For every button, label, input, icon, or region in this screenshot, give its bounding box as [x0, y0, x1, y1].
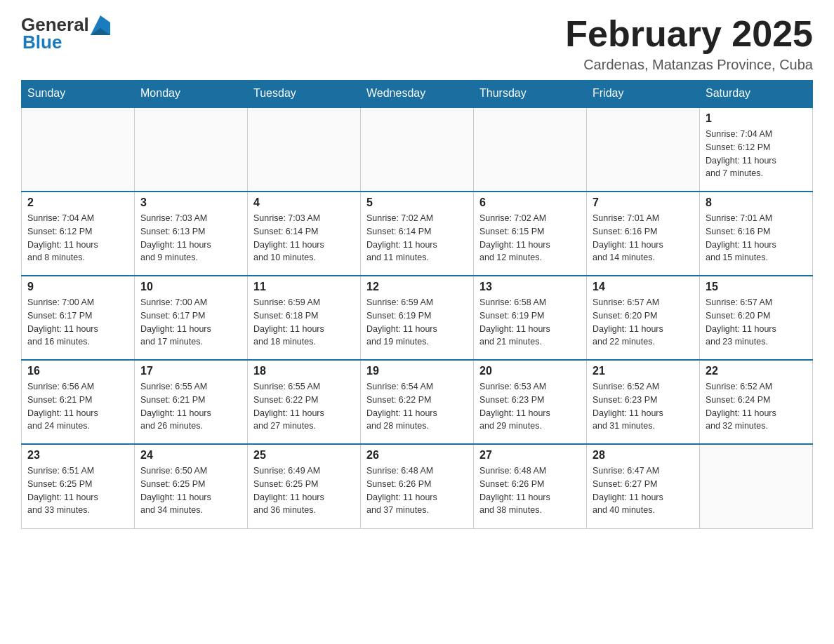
day-info: Sunrise: 7:00 AM Sunset: 6:17 PM Dayligh…	[27, 296, 128, 349]
day-number: 19	[366, 365, 468, 377]
calendar-day-cell: 3Sunrise: 7:03 AM Sunset: 6:13 PM Daylig…	[135, 192, 248, 276]
calendar-day-cell	[361, 107, 474, 192]
calendar-day-cell: 1Sunrise: 7:04 AM Sunset: 6:12 PM Daylig…	[700, 107, 813, 192]
day-number: 10	[140, 281, 241, 293]
day-info: Sunrise: 7:03 AM Sunset: 6:14 PM Dayligh…	[253, 212, 355, 264]
calendar-header-thursday: Thursday	[474, 80, 587, 107]
day-info: Sunrise: 6:57 AM Sunset: 6:20 PM Dayligh…	[593, 296, 694, 349]
title-section: February 2025 Cardenas, Matanzas Provinc…	[565, 14, 813, 73]
calendar-day-cell: 4Sunrise: 7:03 AM Sunset: 6:14 PM Daylig…	[248, 192, 361, 276]
day-info: Sunrise: 7:01 AM Sunset: 6:16 PM Dayligh…	[593, 212, 694, 264]
day-number: 21	[593, 365, 694, 377]
location-subtitle: Cardenas, Matanzas Province, Cuba	[565, 57, 813, 73]
day-info: Sunrise: 7:04 AM Sunset: 6:12 PM Dayligh…	[27, 212, 128, 264]
calendar-day-cell: 21Sunrise: 6:52 AM Sunset: 6:23 PM Dayli…	[587, 360, 700, 444]
calendar-day-cell: 9Sunrise: 7:00 AM Sunset: 6:17 PM Daylig…	[22, 276, 135, 360]
day-number: 18	[253, 365, 355, 377]
day-number: 7	[593, 196, 694, 209]
calendar-day-cell	[135, 107, 248, 192]
day-info: Sunrise: 6:51 AM Sunset: 6:25 PM Dayligh…	[27, 464, 128, 517]
calendar-day-cell: 23Sunrise: 6:51 AM Sunset: 6:25 PM Dayli…	[22, 444, 135, 528]
day-number: 16	[27, 365, 128, 377]
day-number: 27	[479, 449, 581, 462]
calendar-week-row: 9Sunrise: 7:00 AM Sunset: 6:17 PM Daylig…	[22, 276, 813, 360]
logo-blue-text: Blue	[22, 32, 62, 53]
calendar-day-cell: 24Sunrise: 6:50 AM Sunset: 6:25 PM Dayli…	[135, 444, 248, 528]
calendar-day-cell: 7Sunrise: 7:01 AM Sunset: 6:16 PM Daylig…	[587, 192, 700, 276]
calendar-header-tuesday: Tuesday	[248, 80, 361, 107]
calendar-week-row: 23Sunrise: 6:51 AM Sunset: 6:25 PM Dayli…	[22, 444, 813, 528]
day-number: 26	[366, 449, 468, 462]
day-info: Sunrise: 6:58 AM Sunset: 6:19 PM Dayligh…	[479, 296, 581, 349]
day-number: 2	[27, 196, 128, 209]
day-number: 15	[706, 281, 807, 293]
calendar-day-cell: 19Sunrise: 6:54 AM Sunset: 6:22 PM Dayli…	[361, 360, 474, 444]
day-number: 6	[479, 196, 581, 209]
day-info: Sunrise: 7:02 AM Sunset: 6:14 PM Dayligh…	[366, 212, 468, 264]
day-number: 24	[140, 449, 241, 462]
day-number: 14	[593, 281, 694, 293]
day-info: Sunrise: 6:59 AM Sunset: 6:18 PM Dayligh…	[253, 296, 355, 349]
calendar-day-cell: 5Sunrise: 7:02 AM Sunset: 6:14 PM Daylig…	[361, 192, 474, 276]
calendar-week-row: 16Sunrise: 6:56 AM Sunset: 6:21 PM Dayli…	[22, 360, 813, 444]
day-number: 25	[253, 449, 355, 462]
day-info: Sunrise: 7:01 AM Sunset: 6:16 PM Dayligh…	[706, 212, 807, 264]
day-number: 22	[706, 365, 807, 377]
day-number: 3	[140, 196, 241, 209]
calendar-header-friday: Friday	[587, 80, 700, 107]
day-number: 11	[253, 281, 355, 293]
calendar-day-cell: 14Sunrise: 6:57 AM Sunset: 6:20 PM Dayli…	[587, 276, 700, 360]
day-info: Sunrise: 6:52 AM Sunset: 6:24 PM Dayligh…	[706, 380, 807, 433]
day-info: Sunrise: 6:50 AM Sunset: 6:25 PM Dayligh…	[140, 464, 241, 517]
day-info: Sunrise: 6:57 AM Sunset: 6:20 PM Dayligh…	[706, 296, 807, 349]
calendar-day-cell: 27Sunrise: 6:48 AM Sunset: 6:26 PM Dayli…	[474, 444, 587, 528]
calendar-day-cell: 18Sunrise: 6:55 AM Sunset: 6:22 PM Dayli…	[248, 360, 361, 444]
day-info: Sunrise: 6:55 AM Sunset: 6:21 PM Dayligh…	[140, 380, 241, 433]
calendar-day-cell: 13Sunrise: 6:58 AM Sunset: 6:19 PM Dayli…	[474, 276, 587, 360]
calendar-day-cell: 20Sunrise: 6:53 AM Sunset: 6:23 PM Dayli…	[474, 360, 587, 444]
day-info: Sunrise: 6:49 AM Sunset: 6:25 PM Dayligh…	[253, 464, 355, 517]
calendar-day-cell	[587, 107, 700, 192]
page-header: General Blue February 2025 Cardenas, Mat…	[21, 14, 813, 73]
calendar-day-cell: 15Sunrise: 6:57 AM Sunset: 6:20 PM Dayli…	[700, 276, 813, 360]
day-info: Sunrise: 6:54 AM Sunset: 6:22 PM Dayligh…	[366, 380, 468, 433]
day-number: 28	[593, 449, 694, 462]
day-info: Sunrise: 7:04 AM Sunset: 6:12 PM Dayligh…	[706, 128, 807, 180]
calendar-week-row: 2Sunrise: 7:04 AM Sunset: 6:12 PM Daylig…	[22, 192, 813, 276]
day-number: 8	[706, 196, 807, 209]
day-number: 5	[366, 196, 468, 209]
day-number: 1	[706, 112, 807, 125]
calendar-day-cell	[474, 107, 587, 192]
day-number: 9	[27, 281, 128, 293]
calendar-day-cell: 16Sunrise: 6:56 AM Sunset: 6:21 PM Dayli…	[22, 360, 135, 444]
day-info: Sunrise: 7:00 AM Sunset: 6:17 PM Dayligh…	[140, 296, 241, 349]
day-info: Sunrise: 6:47 AM Sunset: 6:27 PM Dayligh…	[593, 464, 694, 517]
calendar-day-cell: 2Sunrise: 7:04 AM Sunset: 6:12 PM Daylig…	[22, 192, 135, 276]
day-number: 20	[479, 365, 581, 377]
day-info: Sunrise: 6:59 AM Sunset: 6:19 PM Dayligh…	[366, 296, 468, 349]
day-info: Sunrise: 7:02 AM Sunset: 6:15 PM Dayligh…	[479, 212, 581, 264]
calendar-day-cell: 25Sunrise: 6:49 AM Sunset: 6:25 PM Dayli…	[248, 444, 361, 528]
calendar-day-cell: 22Sunrise: 6:52 AM Sunset: 6:24 PM Dayli…	[700, 360, 813, 444]
calendar-day-cell: 8Sunrise: 7:01 AM Sunset: 6:16 PM Daylig…	[700, 192, 813, 276]
day-number: 23	[27, 449, 128, 462]
calendar-day-cell: 11Sunrise: 6:59 AM Sunset: 6:18 PM Dayli…	[248, 276, 361, 360]
calendar-day-cell: 10Sunrise: 7:00 AM Sunset: 6:17 PM Dayli…	[135, 276, 248, 360]
calendar-day-cell: 12Sunrise: 6:59 AM Sunset: 6:19 PM Dayli…	[361, 276, 474, 360]
calendar-day-cell	[22, 107, 135, 192]
month-title: February 2025	[565, 14, 813, 54]
day-number: 4	[253, 196, 355, 209]
logo: General Blue	[21, 14, 110, 53]
calendar-header-monday: Monday	[135, 80, 248, 107]
day-info: Sunrise: 6:48 AM Sunset: 6:26 PM Dayligh…	[366, 464, 468, 517]
calendar-day-cell: 17Sunrise: 6:55 AM Sunset: 6:21 PM Dayli…	[135, 360, 248, 444]
day-info: Sunrise: 6:56 AM Sunset: 6:21 PM Dayligh…	[27, 380, 128, 433]
calendar-day-cell	[248, 107, 361, 192]
calendar-day-cell: 26Sunrise: 6:48 AM Sunset: 6:26 PM Dayli…	[361, 444, 474, 528]
day-info: Sunrise: 6:53 AM Sunset: 6:23 PM Dayligh…	[479, 380, 581, 433]
calendar-week-row: 1Sunrise: 7:04 AM Sunset: 6:12 PM Daylig…	[22, 107, 813, 192]
day-info: Sunrise: 6:48 AM Sunset: 6:26 PM Dayligh…	[479, 464, 581, 517]
day-number: 17	[140, 365, 241, 377]
day-info: Sunrise: 6:52 AM Sunset: 6:23 PM Dayligh…	[593, 380, 694, 433]
calendar-header-wednesday: Wednesday	[361, 80, 474, 107]
